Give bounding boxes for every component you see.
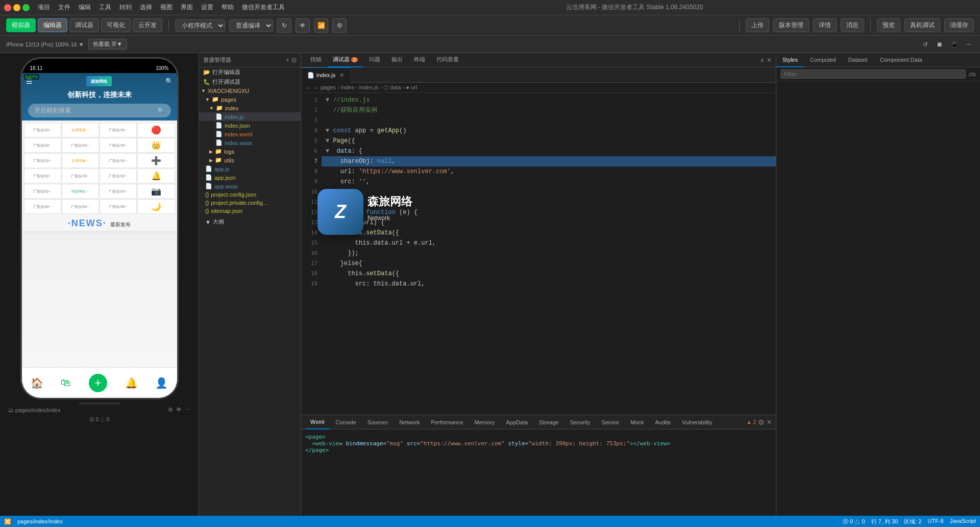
debug-tab-network[interactable]: Network xyxy=(394,415,425,429)
tree-app-json[interactable]: 📄app.json xyxy=(199,173,301,182)
phone-search-icon[interactable]: 🔍 xyxy=(165,78,173,85)
detail-button[interactable]: 详情 xyxy=(813,18,837,32)
filter-input[interactable] xyxy=(780,69,966,79)
tree-index-js[interactable]: 📄index.js xyxy=(199,112,301,121)
tab-find-errors[interactable]: 找错 xyxy=(305,53,327,67)
menu-edit[interactable]: 编辑 xyxy=(79,3,91,12)
phone-nav-plus[interactable]: + xyxy=(89,374,107,392)
tab-close-icon[interactable]: ✕ xyxy=(339,72,344,79)
breadcrumb-more-icon[interactable]: ⋯ xyxy=(185,406,190,413)
tree-sitemap[interactable]: {}sitemap.json xyxy=(199,207,301,215)
tree-index-wxss[interactable]: 📄index.wxss xyxy=(199,138,301,147)
phone-icon[interactable]: 📱 xyxy=(948,39,960,50)
tree-debugger[interactable]: 🐛 打开调试器 xyxy=(199,77,301,87)
menu-select[interactable]: 选择 xyxy=(140,3,152,12)
debug-tab-performance[interactable]: Performance xyxy=(426,415,469,429)
thermal-button[interactable]: 热重载 开▼ xyxy=(88,39,127,50)
tree-logs[interactable]: ▶ 📁logs xyxy=(199,147,301,156)
tree-app-wxss[interactable]: 📄app.wxss xyxy=(199,182,301,190)
phone-ad-5[interactable]: 广告位/10··· xyxy=(24,138,61,153)
editor-button[interactable]: 编辑器 xyxy=(38,18,67,32)
phone-ad-16[interactable]: 🔔 xyxy=(137,169,175,183)
debug-tab-storage[interactable]: Storage xyxy=(534,415,564,429)
maximize-button[interactable] xyxy=(22,4,30,11)
debugger-button[interactable]: 调试器 xyxy=(69,18,99,32)
menu-wechat[interactable]: 微信开发者工具 xyxy=(242,3,285,12)
phone-ad-6[interactable]: 广告位/10··· xyxy=(62,138,99,153)
debug-tab-sources[interactable]: Sources xyxy=(362,415,393,429)
debug-tab-security[interactable]: Security xyxy=(565,415,596,429)
menu-file[interactable]: 文件 xyxy=(58,3,70,12)
tree-project-config[interactable]: {}project.config.json xyxy=(199,190,301,199)
styles-tab-dataset[interactable]: Dataset xyxy=(842,53,874,67)
phone-ad-7[interactable]: 广告位/10··· xyxy=(100,138,137,153)
menu-settings[interactable]: 设置 xyxy=(201,3,213,12)
code-text[interactable]: ▼ //index.js //获取应用实例 ▼ const app = getA… xyxy=(322,93,776,415)
tree-utils[interactable]: ▶ 📁utils xyxy=(199,156,301,164)
debug-tab-vulnerability[interactable]: Vulnerability xyxy=(677,415,718,429)
phone-ad-23[interactable]: 广告位/10··· xyxy=(100,199,137,214)
panel-up-icon[interactable]: ∧ xyxy=(760,57,765,64)
tab-code-quality[interactable]: 代码质量 xyxy=(431,53,464,67)
fold-4[interactable]: ▼ xyxy=(326,126,329,136)
tab-terminal[interactable]: 终端 xyxy=(409,53,430,67)
fold-5[interactable]: ▼ xyxy=(326,136,329,146)
fold-6[interactable]: ▼ xyxy=(326,146,329,156)
phone-ad-17[interactable]: 广告位/10··· xyxy=(24,184,61,199)
tree-index-json[interactable]: 📄index.json xyxy=(199,121,301,130)
mode-select[interactable]: 小程序模式 xyxy=(175,19,225,32)
mobile-test-button[interactable]: 真机调试 xyxy=(904,18,940,32)
menu-project[interactable]: 项目 xyxy=(38,3,50,12)
phone-ad-22[interactable]: 广告位/10··· xyxy=(62,199,99,214)
menu-interface[interactable]: 界面 xyxy=(181,3,193,12)
fold-1[interactable]: ▼ xyxy=(326,95,329,105)
refresh-button[interactable]: ↻ xyxy=(277,18,291,33)
minimize-button[interactable] xyxy=(13,4,20,11)
menu-view[interactable]: 视图 xyxy=(160,3,173,12)
phone-ad-20[interactable]: 📷 xyxy=(137,184,175,199)
tree-open-editor[interactable]: 📂 打开编辑器 xyxy=(199,67,301,77)
phone-ad-9[interactable]: 广告位/10··· xyxy=(24,153,61,168)
nav-back-icon[interactable]: ← xyxy=(305,85,311,91)
phone-ad-15[interactable]: 广告位/10··· xyxy=(100,169,137,183)
compile-select[interactable]: 普通编译 xyxy=(229,19,273,32)
tree-outline[interactable]: ▼ 大纲 xyxy=(199,217,301,227)
tab-index-js[interactable]: 📄 index.js ✕ xyxy=(301,67,351,83)
phone-ad-19[interactable]: 广告位/10··· xyxy=(100,184,137,199)
phone-search-btn[interactable]: 🔍 xyxy=(157,107,165,114)
clear-cache-button[interactable]: 清缓存 xyxy=(944,18,974,32)
settings-icon-btn[interactable]: ⚙ xyxy=(332,18,347,33)
debug-tab-wxml[interactable]: Wxml xyxy=(305,415,330,429)
phone-ad-10[interactable]: 金博维修··· xyxy=(62,153,99,168)
breadcrumb-eye-icon[interactable]: 👁 xyxy=(176,406,182,413)
tree-app-js[interactable]: 📄app.js xyxy=(199,164,301,173)
collapse-icon[interactable]: ⊟ xyxy=(291,57,297,64)
messages-button[interactable]: 消息 xyxy=(841,18,864,32)
tree-project-private[interactable]: {}project.private.config... xyxy=(199,199,301,207)
tab-debugger[interactable]: 调试器 2 xyxy=(328,53,363,67)
nav-forward-icon[interactable]: → xyxy=(313,85,318,91)
panel-close-icon[interactable]: ✕ xyxy=(767,57,772,64)
phone-nav-home[interactable]: 🏠 xyxy=(31,377,43,389)
tree-index-wxml[interactable]: 📄index.wxml xyxy=(199,130,301,138)
version-button[interactable]: 版本管理 xyxy=(773,18,809,32)
debug-tab-memory[interactable]: Memory xyxy=(470,415,500,429)
phone-ad-8[interactable]: 👑 xyxy=(137,138,175,153)
phone-ad-18[interactable]: 同款网站··· xyxy=(62,184,99,199)
debug-tab-appdata[interactable]: AppData xyxy=(501,415,533,429)
debug-close-icon[interactable]: ✕ xyxy=(767,419,772,426)
debug-settings-icon[interactable]: ⚙ xyxy=(758,418,765,426)
visualize-button[interactable]: 可视化 xyxy=(101,18,131,32)
debug-tab-console[interactable]: Console xyxy=(331,415,361,429)
more-icon[interactable]: ⋯ xyxy=(963,39,974,50)
wifi-button[interactable]: 📶 xyxy=(314,18,328,33)
preview-button[interactable]: 预览 xyxy=(877,18,900,32)
stop-icon[interactable]: ⏹ xyxy=(934,39,945,50)
debug-tab-sensor[interactable]: Sensor xyxy=(596,415,624,429)
tree-pages[interactable]: ▼ 📁pages xyxy=(199,95,301,104)
styles-tab-styles[interactable]: Styles xyxy=(776,53,804,67)
breadcrumb-settings-icon[interactable]: ⚙ xyxy=(168,406,173,413)
phone-ad-1[interactable]: 广告位/10··· xyxy=(24,123,61,137)
tree-index-folder[interactable]: ▼ 📁index xyxy=(199,104,301,112)
phone-ad-13[interactable]: 广告位/10··· xyxy=(24,169,61,183)
